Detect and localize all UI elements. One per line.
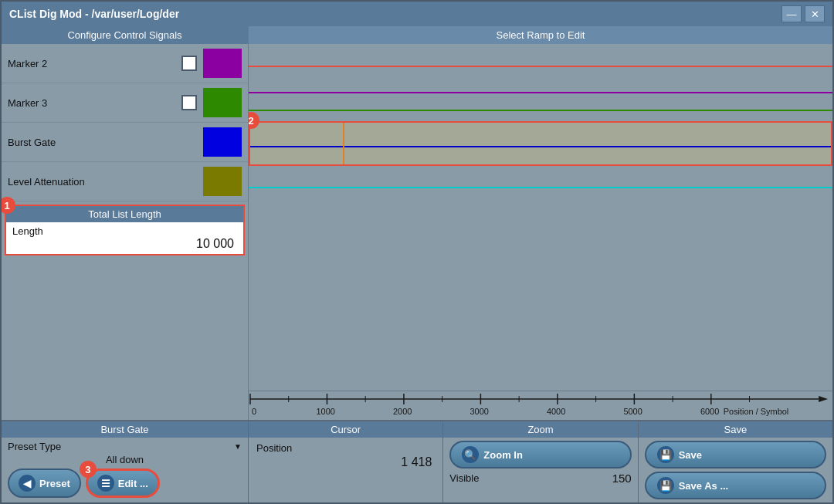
cursor-body: Position 1 418	[249, 438, 442, 474]
save-button[interactable]: 💾 Save	[645, 441, 826, 468]
edit-icon: ☰	[97, 475, 114, 492]
marker3-row: Marker 3	[2, 83, 248, 123]
visible-value: 150	[612, 472, 632, 485]
zoom-in-label: Zoom In	[483, 449, 523, 461]
burst-gate-signal-label: Burst Gate	[8, 137, 203, 148]
preset-button[interactable]: ◀ Preset	[8, 468, 81, 498]
marker2-label: Marker 2	[8, 58, 181, 69]
left-panel: Configure Control Signals Marker 2 Marke…	[2, 26, 249, 420]
edit-btn-container: 3 ☰ Edit ...	[86, 468, 160, 498]
minimize-button[interactable]: —	[781, 5, 802, 22]
close-button[interactable]: ✕	[805, 5, 825, 22]
total-list-container: 1 Total List Length Length 10 000	[5, 205, 245, 255]
save-as-label: Save As ...	[679, 480, 729, 492]
level-atten-row: Level Attenuation	[2, 162, 248, 201]
burst-gate-highlight	[249, 121, 832, 166]
save-as-icon: 💾	[657, 477, 674, 494]
level-atten-label: Level Attenuation	[8, 176, 203, 188]
burst-gate-highlight-container: 2	[249, 121, 832, 167]
preset-icon: ◀	[19, 475, 36, 492]
svg-text:5000: 5000	[623, 407, 642, 416]
blue-signal-line	[250, 146, 831, 147]
svg-marker-1	[819, 396, 828, 402]
save-section: Save 💾 Save 💾 Save As ...	[639, 421, 832, 502]
marker3-color	[203, 88, 242, 117]
cursor-vertical-line	[343, 123, 344, 164]
save-as-button[interactable]: 💾 Save As ...	[645, 472, 826, 499]
zoom-header: Zoom	[443, 421, 637, 438]
burst-gate-signal-row: Burst Gate	[2, 123, 248, 162]
marker3-checkbox[interactable]	[181, 95, 197, 110]
waveform-area[interactable]: 2	[249, 44, 832, 391]
preset-type-label: Preset Type	[8, 441, 234, 452]
zoom-section: Zoom 🔍 Zoom In Visible 150	[443, 421, 638, 502]
svg-text:1000: 1000	[317, 407, 335, 416]
mid-area: Configure Control Signals Marker 2 Marke…	[2, 26, 832, 420]
marker3-label: Marker 3	[8, 97, 181, 109]
waveform-cyan	[249, 187, 832, 188]
level-atten-color	[203, 167, 242, 196]
preset-label: Preset	[39, 478, 70, 489]
total-list-header: Total List Length	[6, 206, 243, 222]
edit-button[interactable]: ☰ Edit ...	[86, 468, 160, 498]
save-body: 💾 Save 💾 Save As ...	[639, 438, 832, 502]
badge-3: 3	[80, 461, 97, 478]
burst-gate-controls: Burst Gate Preset Type ▼ All down ◀ Pres…	[2, 421, 249, 502]
preset-type-value: All down	[8, 454, 242, 465]
ruler-svg: 0 1000 2000 3000 4000 5000 6000 Position…	[249, 391, 832, 420]
burst-gate-section-header: Burst Gate	[2, 421, 248, 438]
title-bar: CList Dig Mod - /var/user/Log/der — ✕	[2, 2, 832, 26]
title-buttons: — ✕	[781, 5, 825, 22]
marker2-checkbox[interactable]	[181, 56, 197, 71]
burst-gate-color	[203, 127, 242, 157]
window-title: CList Dig Mod - /var/user/Log/der	[9, 8, 179, 20]
save-icon: 💾	[657, 446, 674, 463]
zoom-body: 🔍 Zoom In Visible 150	[443, 438, 637, 488]
bottom-bar: Burst Gate Preset Type ▼ All down ◀ Pres…	[2, 420, 832, 502]
waveform-red	[249, 66, 832, 67]
edit-label: Edit ...	[118, 478, 148, 489]
waveform-purple	[249, 92, 832, 93]
svg-text:6000: 6000	[700, 407, 719, 416]
zoom-in-icon: 🔍	[462, 446, 479, 463]
ruler-bar: 0 1000 2000 3000 4000 5000 6000 Position…	[249, 391, 832, 420]
waveform-green	[249, 110, 832, 111]
length-row: Length 10 000	[6, 222, 243, 254]
visible-label: Visible	[449, 472, 612, 484]
marker2-color	[203, 49, 242, 78]
total-list-section: Total List Length Length 10 000	[5, 205, 245, 255]
save-label: Save	[679, 449, 702, 461]
length-label: Length	[12, 225, 237, 237]
svg-text:0: 0	[252, 407, 256, 416]
cursor-position-label: Position	[256, 442, 435, 454]
ramp-header: Select Ramp to Edit	[249, 26, 832, 44]
cursor-section: Cursor Position 1 418	[249, 421, 443, 502]
dropdown-arrow: ▼	[234, 442, 242, 451]
cursor-position-value: 1 418	[256, 455, 435, 469]
configure-signals-header: Configure Control Signals	[2, 26, 248, 44]
visible-row: Visible 150	[449, 472, 631, 485]
svg-text:2000: 2000	[393, 407, 412, 416]
zoom-in-button[interactable]: 🔍 Zoom In	[449, 441, 631, 468]
save-header: Save	[639, 421, 832, 438]
svg-text:Position / Symbol: Position / Symbol	[724, 407, 789, 416]
length-value: 10 000	[12, 237, 237, 251]
right-panel: Select Ramp to Edit 2	[249, 26, 832, 420]
preset-type-row: Preset Type ▼	[8, 441, 242, 452]
cursor-header: Cursor	[249, 421, 442, 438]
burst-gate-section-body: Preset Type ▼ All down ◀ Preset 3 ☰ Edit…	[2, 438, 248, 502]
svg-text:4000: 4000	[547, 407, 565, 416]
left-spacer	[2, 259, 248, 420]
svg-text:3000: 3000	[470, 407, 488, 416]
marker2-row: Marker 2	[2, 44, 248, 83]
burst-gate-buttons: ◀ Preset 3 ☰ Edit ...	[8, 468, 242, 498]
